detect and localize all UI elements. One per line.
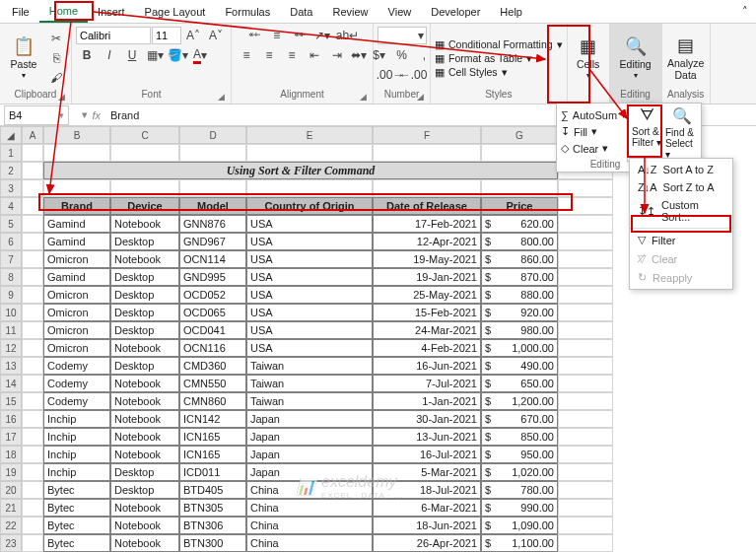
table-cell[interactable]: $670.00 [481,410,558,428]
cell[interactable] [22,233,43,250]
cell[interactable] [558,286,613,304]
table-cell[interactable]: OCN114 [179,250,246,268]
table-header[interactable]: Device [110,197,179,215]
table-cell[interactable]: BTD405 [179,481,246,499]
row-header-16[interactable]: 16 [0,410,22,428]
merge-center-button[interactable]: ⬌▾ [349,46,369,64]
row-header-2[interactable]: 2 [0,162,22,179]
orientation-button[interactable]: ↗▾ [311,27,333,44]
table-header[interactable]: Model [179,197,246,215]
row-header-19[interactable]: 19 [0,463,22,481]
table-cell[interactable]: Notebook [110,517,179,534]
table-cell[interactable]: Omicron [43,286,110,304]
table-cell[interactable]: Omicron [43,304,110,321]
table-cell[interactable]: 13-Jun-2021 [373,428,481,446]
tab-file[interactable]: File [2,2,39,22]
table-cell[interactable]: 24-Mar-2021 [373,321,481,339]
table-cell[interactable]: $1,100.00 [481,534,558,552]
table-cell[interactable]: USA [246,215,373,233]
table-header[interactable]: Brand [43,197,110,215]
row-header-15[interactable]: 15 [0,392,22,410]
table-cell[interactable]: $620.00 [481,215,558,233]
analyze-data-button[interactable]: ▤ AnalyzeData [666,29,706,88]
table-cell[interactable]: ICN165 [179,428,246,446]
table-cell[interactable]: China [246,499,373,517]
cell[interactable] [246,179,373,197]
cell[interactable] [373,179,481,197]
find-select-button[interactable]: 🔍 Find &Select ▾ [665,106,699,160]
conditional-formatting-button[interactable]: ▦Conditional Formatting ▾ [435,38,563,50]
table-cell[interactable]: $950.00 [481,446,558,463]
table-cell[interactable]: Bytec [43,517,110,534]
cell[interactable] [558,233,613,250]
row-header-23[interactable]: 23 [0,534,22,552]
align-middle-button[interactable]: ≡ [266,27,288,44]
col-header-E[interactable]: E [246,126,373,144]
table-cell[interactable]: CMD360 [179,357,246,375]
row-header-10[interactable]: 10 [0,304,22,321]
cell[interactable] [22,197,43,215]
table-cell[interactable]: USA [246,250,373,268]
cell[interactable] [22,339,43,357]
cell[interactable] [558,215,613,233]
font-color-button[interactable]: A▾ [189,46,211,64]
cell[interactable] [558,534,613,552]
cell[interactable] [558,392,613,410]
table-cell[interactable]: USA [246,339,373,357]
cell[interactable] [179,179,246,197]
table-cell[interactable]: Desktop [110,268,179,286]
table-cell[interactable]: Bytec [43,534,110,552]
cell[interactable] [22,268,43,286]
accounting-format-button[interactable]: $▾ [369,46,390,64]
fill-color-button[interactable]: 🪣▾ [167,46,188,64]
align-left-button[interactable]: ≡ [236,46,257,64]
cell[interactable] [22,463,43,481]
row-header-7[interactable]: 7 [0,250,22,268]
table-cell[interactable]: BTN306 [179,517,246,534]
cell[interactable] [22,410,43,428]
table-cell[interactable]: $850.00 [481,428,558,446]
paste-button[interactable]: 📋 Paste ▾ [4,29,43,88]
cell[interactable] [22,357,43,375]
cell[interactable] [558,304,613,321]
table-cell[interactable]: $650.00 [481,375,558,392]
table-cell[interactable]: Notebook [110,250,179,268]
table-cell[interactable]: Bytec [43,499,110,517]
cell[interactable] [22,250,43,268]
font-size-input[interactable] [152,27,181,44]
cell[interactable] [481,179,558,197]
tab-formulas[interactable]: Formulas [215,2,280,22]
table-cell[interactable]: 26-Apr-2021 [373,534,481,552]
table-cell[interactable]: $860.00 [481,250,558,268]
increase-font-button[interactable]: A˄ [182,27,204,44]
table-cell[interactable]: 12-Apr-2021 [373,233,481,250]
bold-button[interactable]: B [76,46,98,64]
table-cell[interactable]: OCD041 [179,321,246,339]
table-cell[interactable]: 18-Jun-2021 [373,517,481,534]
cells-button[interactable]: ▦ Cells ▾ [572,29,605,88]
table-cell[interactable]: Omicron [43,250,110,268]
cell[interactable] [558,410,613,428]
table-cell[interactable]: 16-Jul-2021 [373,446,481,463]
table-cell[interactable]: Taiwan [246,357,373,375]
cell-styles-button[interactable]: ▦Cell Styles ▾ [435,66,563,78]
table-cell[interactable]: Desktop [110,357,179,375]
cell[interactable] [43,179,110,197]
table-cell[interactable]: 1-Jan-2021 [373,392,481,410]
table-cell[interactable]: $870.00 [481,268,558,286]
tab-page-layout[interactable]: Page Layout [135,2,216,22]
table-cell[interactable]: Notebook [110,339,179,357]
dialog-launcher-icon[interactable]: ◢ [218,92,225,102]
row-header-13[interactable]: 13 [0,357,22,375]
align-right-button[interactable]: ≡ [281,46,303,64]
table-cell[interactable]: 19-May-2021 [373,250,481,268]
cell[interactable] [22,517,43,534]
table-cell[interactable]: $1,200.00 [481,392,558,410]
custom-sort-item[interactable]: ↧↥Custom Sort... [630,196,732,226]
align-center-button[interactable]: ≡ [258,46,280,64]
table-cell[interactable]: Notebook [110,375,179,392]
cell[interactable] [558,321,613,339]
table-cell[interactable]: Notebook [110,499,179,517]
sort-az-item[interactable]: A↓ZSort A to Z [630,161,732,178]
decrease-font-button[interactable]: A˅ [205,27,227,44]
